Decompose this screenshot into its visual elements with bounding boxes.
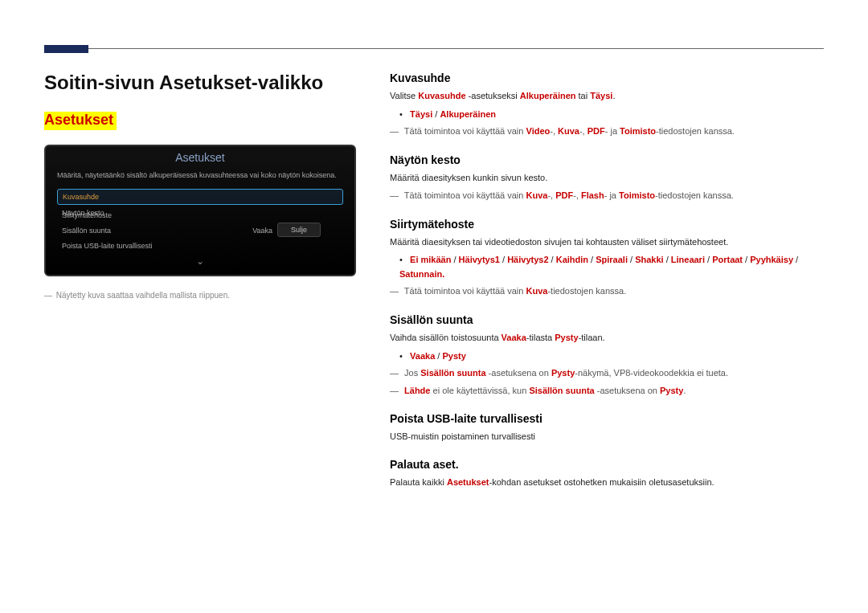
t: -, [579,126,588,136]
t: Pysty [442,351,465,361]
t: Vaaka [410,351,435,361]
t: -tiedostojen kanssa. [656,126,735,136]
section-body: USB-muistin poistaminen turvallisesti [390,430,824,443]
t: Häivytys1 [459,255,500,264]
section-heading: Sisällön suunta [390,313,824,326]
t: Pyyhkäisy [750,255,793,264]
bullet-dot: • [399,253,407,268]
t: / [588,255,596,264]
section-heading: Palauta aset. [390,458,824,471]
t: Kuva [526,190,548,200]
bullet-dot: • [399,108,407,122]
t: / [500,255,507,264]
t: Sisällön suunta [420,368,485,378]
section-heading: Poista USB-laite turvallisesti [390,412,824,425]
section-heading: Kuvasuhde [390,72,824,84]
t: Pysty [660,386,683,395]
t: / [664,255,671,264]
t: Valitse [390,91,418,100]
t: Tätä toimintoa voi käyttää vain [404,286,526,296]
t: Ei mikään [410,255,451,264]
t: Shakki [635,255,663,264]
section-body: Vaihda sisällön toistosuunta Vaaka-tilas… [390,331,824,345]
t: Lähde [404,386,430,395]
t: Pysty [555,333,578,342]
t: -, [547,190,555,200]
tv-description: Määritä, näytetäänkö sisältö alkuperäise… [46,170,354,189]
t: Täysi [590,91,612,100]
page-title: Soitin-sivun Asetukset-valikko [44,72,358,94]
note: ― Lähde ei ole käytettävissä, kun Sisäll… [390,384,824,398]
t: Toimisto [619,190,655,200]
dash-icon: ― [390,286,399,296]
section-title-highlight: Asetukset [44,112,117,130]
note: ― Tätä toimintoa voi käyttää vain Kuva-,… [390,189,824,203]
t: Alkuperäinen [520,91,576,100]
t: -tiedostojen kanssa. [547,286,626,296]
t: Sisällön suunta [529,386,594,395]
t: -, [573,190,581,200]
tv-preview: Asetukset Määritä, näytetäänkö sisältö a… [44,145,356,276]
t: Alkuperäinen [440,109,496,119]
bullet-option: • Vaaka / Pysty [399,349,824,364]
bullet-option: • Täysi / Alkuperäinen [399,108,824,122]
section-nayton-kesto: Näytön kesto Määritä diaesityksen kunkin… [390,153,824,203]
t: Kaihdin [556,255,588,264]
t: / [451,255,458,264]
t: Täysi [410,109,432,119]
t: ei ole käytettävissä, kun [430,386,529,395]
section-poista-usb: Poista USB-laite turvallisesti USB-muist… [390,412,824,443]
note: ― Tätä toimintoa voi käyttää vain Video-… [390,125,824,139]
tv-menu-list: Kuvasuhde Näytön kesto Sulje Siirtymäteh… [46,189,354,253]
t: . [683,386,686,395]
t: Satunnain. [399,269,444,279]
t: Asetukset [447,477,489,487]
top-rule [44,48,824,49]
t: Kuvasuhde [418,91,465,100]
t: -kohdan asetukset ostohetken mukaisiin o… [489,477,714,487]
tv-row-label: Kuvasuhde [63,193,99,201]
section-palauta-aset: Palauta aset. Palauta kaikki Asetukset-k… [390,458,824,489]
tv-close-button[interactable]: Sulje [277,223,321,237]
t: Lineaari [671,255,705,264]
note: ― Tätä toimintoa voi käyttää vain Kuva-t… [390,284,824,299]
tv-row-kuvasuhde[interactable]: Kuvasuhde [57,189,343,205]
tv-row-value: Vaaka [252,227,272,235]
content-columns: Soitin-sivun Asetukset-valikko Asetukset… [44,72,824,503]
section-body: Määritä diaesityksen kunkin sivun kesto. [390,171,824,185]
t: PDF [555,190,573,200]
dash-icon: ― [390,386,399,395]
t: -näkymä, VP8-videokoodekkia ei tueta. [575,368,728,378]
t: / [628,255,635,264]
t: -asetuksena on [595,386,660,395]
t: / [549,255,556,264]
t: / [743,255,750,264]
t: -asetukseksi [466,91,520,100]
image-caption-note: ― Näytetty kuva saattaa vaihdella mallis… [44,291,358,300]
t: Spiraali [596,255,628,264]
tv-title: Asetukset [46,146,354,170]
t: Portaat [712,255,743,264]
tv-row-poista-usb[interactable]: Poista USB-laite turvallisesti [57,239,343,253]
t: . [612,91,615,100]
chevron-down-icon[interactable]: ⌄ [46,254,354,268]
bullet-dot: • [399,349,407,364]
t: Tätä toimintoa voi käyttää vain [404,126,526,136]
t: Vaaka [502,333,526,342]
t: -tilaan. [579,333,605,342]
t: Kuva [526,286,548,296]
t: Video [526,126,551,136]
dash-icon: ― [390,368,399,378]
section-heading: Siirtymätehoste [390,218,824,231]
t: -asetuksena on [486,368,551,378]
tv-row-label: Siirtymätehoste [62,211,112,219]
t: / [705,255,712,264]
tv-row-sisallon-suunta[interactable]: Sisällön suunta Vaaka [57,223,277,238]
dash-icon: ― [390,126,399,136]
t: tai [576,91,591,100]
t: Kuva [558,126,579,136]
section-body: Määritä diaesityksen tai videotiedoston … [390,235,824,249]
t: Pysty [551,368,575,378]
t: - ja [604,190,619,200]
section-body: Palauta kaikki Asetukset-kohdan asetukse… [390,476,824,489]
